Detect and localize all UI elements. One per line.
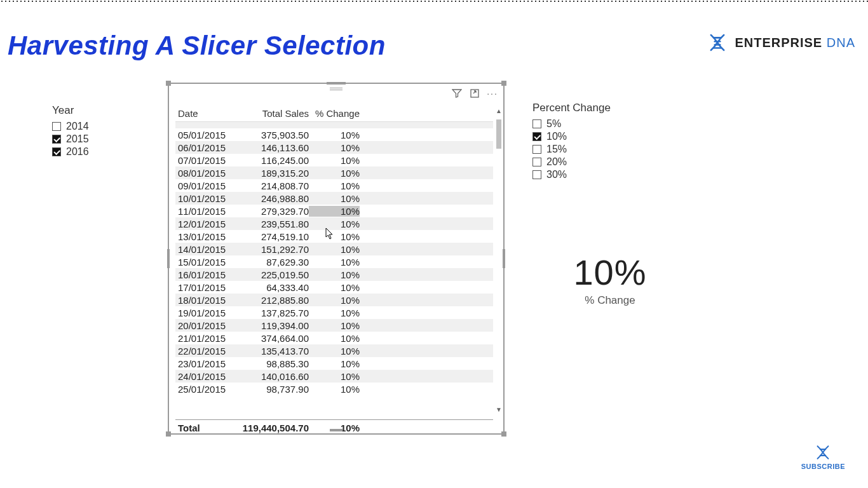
checkbox-icon[interactable] bbox=[532, 158, 541, 166]
sales-table: Date Total Sales % Change 05/01/2015375,… bbox=[175, 105, 493, 433]
table-row[interactable]: 19/01/2015137,825.7010% bbox=[175, 306, 493, 319]
table-row[interactable]: 13/01/2015274,519.1010% bbox=[175, 230, 493, 243]
table-row[interactable]: 16/01/2015225,019.5010% bbox=[175, 268, 493, 281]
slicer-item-label: 15% bbox=[546, 144, 567, 155]
checkbox-icon[interactable] bbox=[52, 135, 61, 144]
more-options-icon[interactable]: ··· bbox=[487, 88, 498, 99]
table-row[interactable]: 09/01/2015214,808.7010% bbox=[175, 179, 493, 192]
table-row[interactable]: 21/01/2015374,664.0010% bbox=[175, 332, 493, 344]
table-row[interactable]: 24/01/2015140,016.6010% bbox=[175, 370, 493, 383]
table-header[interactable]: Date Total Sales % Change bbox=[175, 105, 493, 122]
scroll-up-icon[interactable]: ▲ bbox=[496, 108, 502, 114]
card-value: 10% bbox=[553, 252, 667, 293]
table-row[interactable]: 18/01/2015212,885.8010% bbox=[175, 294, 493, 306]
percent-option-10pct[interactable]: 10% bbox=[532, 131, 647, 142]
scroll-thumb[interactable] bbox=[496, 119, 501, 149]
table-row[interactable]: 11/01/2015279,329.7010% bbox=[175, 205, 493, 217]
table-scrollbar[interactable]: ▲ ▼ bbox=[496, 108, 502, 413]
scroll-down-icon[interactable]: ▼ bbox=[496, 407, 502, 413]
checkbox-icon[interactable] bbox=[52, 122, 61, 131]
table-row[interactable]: 14/01/2015151,292.7010% bbox=[175, 243, 493, 255]
table-row[interactable]: 05/01/2015375,903.5010% bbox=[175, 128, 493, 141]
percent-option-30pct[interactable]: 30% bbox=[532, 169, 647, 180]
dna-icon bbox=[707, 32, 728, 53]
card-label: % Change bbox=[553, 294, 667, 307]
table-row[interactable]: 08/01/2015189,315.2010% bbox=[175, 166, 493, 179]
table-row[interactable]: 22/01/2015135,413.7010% bbox=[175, 344, 493, 357]
checkbox-icon[interactable] bbox=[52, 147, 61, 156]
brand-text: ENTERPRISE DNA bbox=[735, 36, 855, 50]
drag-grip-icon[interactable] bbox=[330, 88, 342, 93]
table-visual[interactable]: ··· Date Total Sales % Change 05/01/2015… bbox=[168, 83, 505, 435]
slicer-item-label: 20% bbox=[546, 156, 567, 168]
focus-mode-icon[interactable] bbox=[469, 88, 480, 99]
table-row[interactable]: 20/01/2015119,394.0010% bbox=[175, 319, 493, 332]
checkbox-icon[interactable] bbox=[532, 132, 541, 141]
table-row[interactable]: 25/01/201598,737.9010% bbox=[175, 383, 493, 395]
year-option-2014[interactable]: 2014 bbox=[52, 121, 147, 132]
year-slicer[interactable]: Year 201420152016 bbox=[52, 104, 147, 159]
table-row[interactable]: 12/01/2015239,551.8010% bbox=[175, 217, 493, 230]
table-row[interactable]: 06/01/2015146,113.6010% bbox=[175, 141, 493, 154]
header-date[interactable]: Date bbox=[175, 108, 239, 119]
brand-logo: ENTERPRISE DNA bbox=[707, 32, 855, 53]
percent-change-card: 10% % Change bbox=[553, 252, 667, 307]
page-divider bbox=[0, 0, 868, 3]
table-row[interactable]: 07/01/2015116,245.0010% bbox=[175, 154, 493, 166]
table-row[interactable]: 23/01/201598,885.3010% bbox=[175, 357, 493, 370]
year-option-2015[interactable]: 2015 bbox=[52, 133, 147, 145]
slicer-item-label: 30% bbox=[546, 169, 567, 180]
year-slicer-title: Year bbox=[52, 104, 147, 117]
dna-icon bbox=[814, 444, 832, 461]
slicer-item-label: 5% bbox=[546, 118, 561, 130]
table-row[interactable]: 10/01/2015246,988.8010% bbox=[175, 192, 493, 205]
header-sales[interactable]: Total Sales bbox=[239, 108, 309, 119]
percent-option-5pct[interactable]: 5% bbox=[532, 118, 647, 130]
checkbox-icon[interactable] bbox=[532, 119, 541, 128]
percent-option-15pct[interactable]: 15% bbox=[532, 144, 647, 155]
table-row[interactable] bbox=[175, 122, 493, 128]
slicer-item-label: 10% bbox=[546, 131, 567, 142]
table-row[interactable]: 15/01/201587,629.3010% bbox=[175, 255, 493, 268]
slicer-item-label: 2015 bbox=[66, 133, 89, 145]
filter-icon[interactable] bbox=[451, 88, 463, 99]
percent-slicer-title: Percent Change bbox=[532, 102, 647, 114]
checkbox-icon[interactable] bbox=[532, 145, 541, 154]
percent-change-slicer[interactable]: Percent Change 5%10%15%20%30% bbox=[532, 102, 647, 182]
slicer-item-label: 2014 bbox=[66, 121, 89, 132]
year-option-2016[interactable]: 2016 bbox=[52, 146, 147, 158]
table-row[interactable]: 17/01/201564,333.4010% bbox=[175, 281, 493, 294]
subscribe-badge[interactable]: SUBSCRIBE bbox=[801, 444, 845, 470]
percent-option-20pct[interactable]: 20% bbox=[532, 156, 647, 168]
page-title: Harvesting A Slicer Selection bbox=[8, 30, 386, 61]
mouse-cursor-icon bbox=[325, 227, 334, 240]
checkbox-icon[interactable] bbox=[532, 170, 541, 179]
header-change[interactable]: % Change bbox=[309, 108, 360, 119]
slicer-item-label: 2016 bbox=[66, 146, 89, 158]
